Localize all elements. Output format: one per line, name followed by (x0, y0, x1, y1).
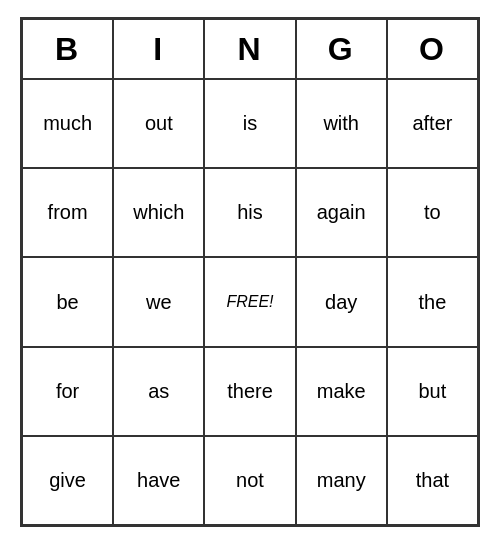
bingo-card: BINGO muchoutiswithafterfromwhichhisagai… (20, 17, 480, 527)
header-cell-i: I (113, 19, 204, 79)
cell-4-2: not (204, 436, 295, 525)
cell-0-4: after (387, 79, 478, 168)
cell-2-4: the (387, 257, 478, 346)
cell-1-4: to (387, 168, 478, 257)
cell-1-0: from (22, 168, 113, 257)
cell-4-3: many (296, 436, 387, 525)
cell-2-0: be (22, 257, 113, 346)
cell-3-3: make (296, 347, 387, 436)
cell-2-1: we (113, 257, 204, 346)
header-cell-b: B (22, 19, 113, 79)
cell-0-0: much (22, 79, 113, 168)
cell-4-1: have (113, 436, 204, 525)
cell-4-0: give (22, 436, 113, 525)
cell-0-3: with (296, 79, 387, 168)
cell-2-3: day (296, 257, 387, 346)
cell-1-3: again (296, 168, 387, 257)
cell-0-2: is (204, 79, 295, 168)
cell-3-2: there (204, 347, 295, 436)
cell-1-1: which (113, 168, 204, 257)
cell-1-2: his (204, 168, 295, 257)
cell-2-2: FREE! (204, 257, 295, 346)
cell-3-0: for (22, 347, 113, 436)
cell-3-1: as (113, 347, 204, 436)
bingo-row-3: forastheremakebut (22, 347, 478, 436)
bingo-row-1: fromwhichhisagainto (22, 168, 478, 257)
cell-3-4: but (387, 347, 478, 436)
header-cell-n: N (204, 19, 295, 79)
header-cell-g: G (296, 19, 387, 79)
bingo-row-4: givehavenotmanythat (22, 436, 478, 525)
cell-4-4: that (387, 436, 478, 525)
header-cell-o: O (387, 19, 478, 79)
cell-0-1: out (113, 79, 204, 168)
bingo-row-0: muchoutiswithafter (22, 79, 478, 168)
bingo-row-2: beweFREE!daythe (22, 257, 478, 346)
bingo-header: BINGO (22, 19, 478, 79)
